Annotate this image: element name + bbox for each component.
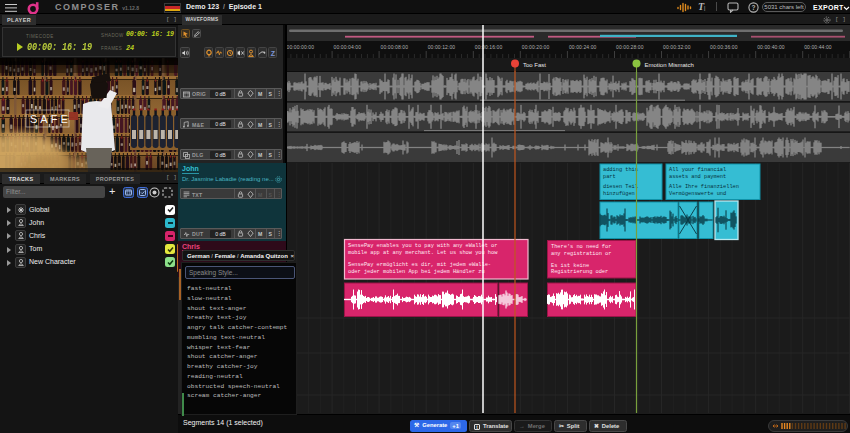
svg-text:00:00:32:00: 00:00:32:00 xyxy=(663,44,691,50)
svg-text:00:00:28:00: 00:00:28:00 xyxy=(616,44,644,50)
svg-text:Vermögenswerte und: Vermögenswerte und xyxy=(669,191,726,197)
svg-text:Too Fast: Too Fast xyxy=(523,62,546,68)
svg-text:00:00:24:00: 00:00:24:00 xyxy=(569,44,597,50)
svg-text:diesen Teil: diesen Teil xyxy=(603,184,638,190)
svg-text:Emotion Mismatch: Emotion Mismatch xyxy=(645,62,694,68)
svg-text:?: ? xyxy=(752,4,756,11)
svg-text:00:00:20:00: 00:00:20:00 xyxy=(522,44,550,50)
svg-text:00:00:16:00: 00:00:16:00 xyxy=(475,44,503,50)
svg-text:any registration or: any registration or xyxy=(551,251,611,257)
svg-text:Alle Ihre finanziellen: Alle Ihre finanziellen xyxy=(669,184,739,190)
svg-text:00:00:00:00: 00:00:00:00 xyxy=(287,44,314,50)
svg-text:00:00:08:00: 00:00:08:00 xyxy=(381,44,409,50)
svg-text:Registrierung oder: Registrierung oder xyxy=(551,269,608,275)
svg-text:SensePay enables you to pay wi: SensePay enables you to pay with any eWa… xyxy=(348,243,497,249)
svg-text:adding this: adding this xyxy=(603,167,638,173)
svg-text:Z: Z xyxy=(271,49,276,56)
svg-text:hinzufügen: hinzufügen xyxy=(603,191,635,197)
svg-text:SensePay ermöglicht es dir, mi: SensePay ermöglicht es dir, mit jedem eW… xyxy=(348,262,491,268)
svg-text:There's no need for: There's no need for xyxy=(551,244,611,250)
svg-text:All your financial: All your financial xyxy=(669,167,726,173)
svg-text:00:00:04:00: 00:00:04:00 xyxy=(334,44,362,50)
svg-text:00:00:44:00: 00:00:44:00 xyxy=(804,44,832,50)
svg-text:assets and payment: assets and payment xyxy=(669,174,726,180)
svg-text:Es ist keine: Es ist keine xyxy=(551,263,589,269)
svg-text:SAFE: SAFE xyxy=(30,113,71,125)
svg-text:oder jeder mobilen App bei jed: oder jeder mobilen App bei jedem Händler… xyxy=(348,269,485,275)
svg-text:00:00:40:00: 00:00:40:00 xyxy=(757,44,785,50)
svg-text:mobile app at any merchant. Le: mobile app at any merchant. Let us show … xyxy=(348,250,498,256)
svg-text:00:00:12:00: 00:00:12:00 xyxy=(428,44,456,50)
svg-text:00:00:36:00: 00:00:36:00 xyxy=(710,44,738,50)
svg-text:part: part xyxy=(603,174,616,180)
